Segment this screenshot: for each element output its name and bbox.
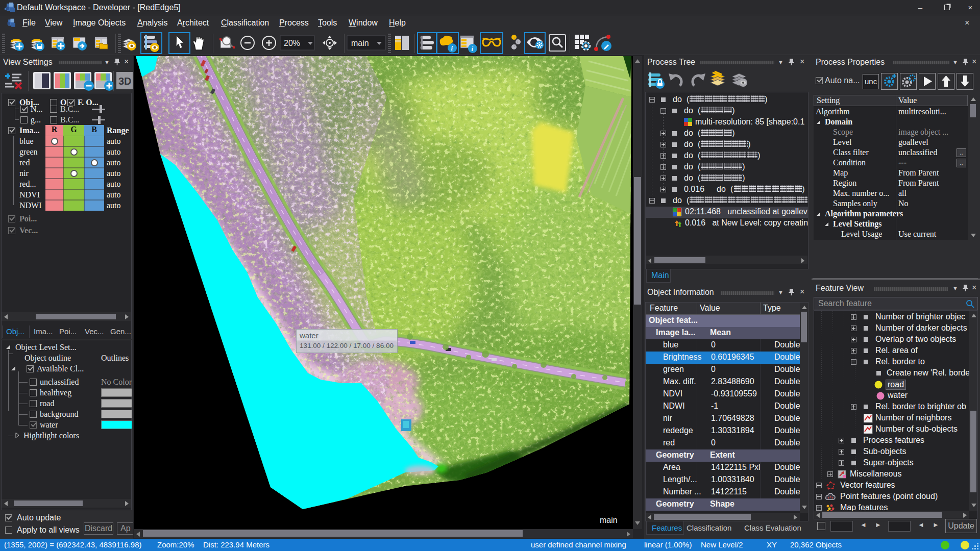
svg-text:i: i	[472, 45, 474, 53]
svg-text:i: i	[451, 44, 453, 52]
svg-text:main: main	[351, 39, 369, 47]
svg-text:3D: 3D	[118, 76, 132, 87]
svg-text:20%: 20%	[284, 39, 300, 47]
